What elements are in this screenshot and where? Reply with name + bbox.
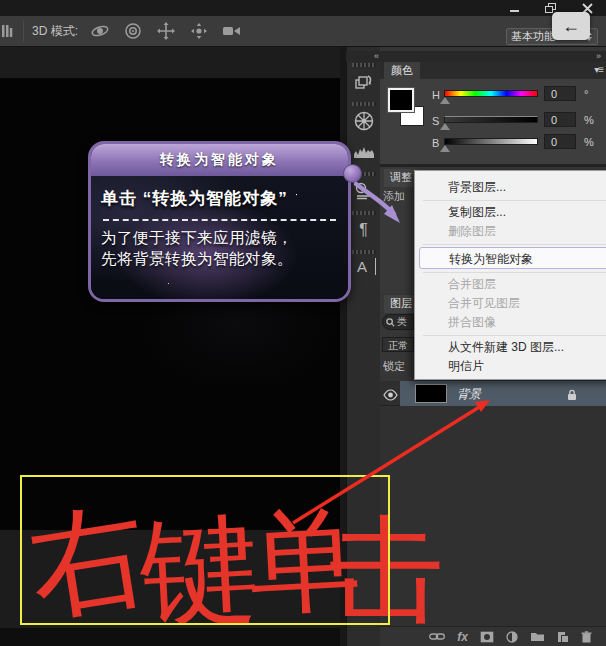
minimize-button[interactable] xyxy=(504,1,526,15)
layers-empty-area xyxy=(380,406,606,626)
dock-cell[interactable]: A xyxy=(352,250,376,275)
slide-3d-icon[interactable] xyxy=(189,21,209,41)
tool-preset-icon[interactable] xyxy=(1,22,15,40)
foreground-color-swatch[interactable] xyxy=(388,88,414,112)
menu-item-merge-visible: 合并可见图层 xyxy=(415,294,606,313)
brightness-slider-thumb[interactable] xyxy=(440,145,450,152)
hue-slider-thumb[interactable] xyxy=(440,97,450,104)
color-tab-bar: 颜色 ▾≡ xyxy=(380,62,606,79)
menu-item-new-3d-layer-from-file[interactable]: 从文件新建 3D 图层... xyxy=(415,338,606,357)
callout-connector-dot xyxy=(343,164,362,183)
new-layer-icon[interactable] xyxy=(557,631,569,643)
menu-item-background-layer[interactable]: 背景图层... xyxy=(415,178,606,197)
brightness-slider[interactable] xyxy=(444,138,538,145)
dock-cell[interactable] xyxy=(352,63,376,93)
hue-slider[interactable] xyxy=(444,90,538,97)
color-swatches[interactable] xyxy=(388,88,430,130)
options-separator xyxy=(23,20,24,42)
menu-item-convert-to-smart-object[interactable]: 转换为智能对象 xyxy=(419,247,606,269)
grip-handle[interactable] xyxy=(352,63,376,67)
search-icon xyxy=(386,318,395,327)
photoshop-window: 3D 模式: 基本功能 ← xyxy=(0,0,606,646)
brightness-row: B 0 % xyxy=(432,136,602,154)
grip-handle[interactable] xyxy=(352,250,376,254)
adjustments-add-label: 添加 xyxy=(383,189,405,204)
layer-thumbnail[interactable] xyxy=(415,384,447,403)
layer-row-background[interactable]: 背景 xyxy=(380,381,606,406)
hue-row: H 0 ° xyxy=(432,88,602,106)
minimize-icon xyxy=(509,3,521,13)
callout-body: 单击 “转换为智能对象” 为了便于接下来应用滤镜， 先将背景转换为智能对象。 xyxy=(91,176,348,302)
tutorial-callout: 转换为智能对象 单击 “转换为智能对象” 为了便于接下来应用滤镜， 先将背景转换… xyxy=(88,141,351,302)
visibility-eye-icon[interactable] xyxy=(383,387,398,399)
link-layers-icon[interactable] xyxy=(429,632,445,641)
adjustments-panel-icon[interactable] xyxy=(352,180,376,202)
callout-text-line: 先将背景转换为智能对象。 xyxy=(101,249,338,270)
panel-collapse-bar: « » xyxy=(346,51,606,62)
lock-label: 锁定 xyxy=(383,359,405,374)
workspace-label: 基本功能 xyxy=(511,29,555,44)
mode-label: 3D 模式: xyxy=(32,23,78,40)
callout-text-line: 为了便于接下来应用滤镜， xyxy=(101,228,338,249)
dock-cell[interactable]: ¶ xyxy=(352,211,376,241)
grip-handle[interactable] xyxy=(352,102,376,106)
tab-adjustments[interactable]: 调整 xyxy=(384,169,418,187)
menu-item-duplicate-layer[interactable]: 复制图层... xyxy=(415,203,606,222)
callout-instruction: 单击 “转换为智能对象” xyxy=(101,187,338,210)
hue-label: H xyxy=(432,89,440,101)
paragraph-panel-icon[interactable]: ¶ xyxy=(352,219,376,241)
wheel-panel-icon[interactable] xyxy=(352,110,376,132)
saturation-slider-thumb[interactable] xyxy=(440,123,450,130)
layer-style-fx-icon[interactable]: fx xyxy=(457,630,468,644)
brightness-unit: % xyxy=(584,136,594,148)
menu-separator xyxy=(423,244,606,245)
brightness-label: B xyxy=(432,137,439,149)
title-bar xyxy=(0,0,606,16)
panel-menu-icon[interactable]: ▾≡ xyxy=(594,64,603,75)
dock-cell[interactable] xyxy=(352,141,376,163)
back-arrow-icon: ← xyxy=(562,16,580,37)
saturation-value-field[interactable]: 0 xyxy=(544,112,576,127)
menu-item-delete-layer: 删除图层 xyxy=(415,222,606,241)
menu-separator xyxy=(423,200,606,201)
history-panel-icon[interactable] xyxy=(352,71,376,93)
callout-title: 转换为智能对象 xyxy=(91,144,348,176)
layers-search-text: 类 xyxy=(397,315,407,329)
pan-3d-icon[interactable] xyxy=(156,21,176,41)
color-panel: 颜色 ▾≡ H 0 ° S 0 % B xyxy=(380,62,606,164)
tab-color[interactable]: 颜色 xyxy=(384,62,420,79)
histogram-panel-icon[interactable] xyxy=(352,141,376,163)
menu-item-flatten-image: 拼合图像 xyxy=(415,313,606,332)
collapse-right-icon[interactable]: » xyxy=(596,51,601,61)
layers-toolbar: fx xyxy=(380,626,606,646)
saturation-row: S 0 % xyxy=(432,114,602,132)
blend-mode-select[interactable]: 正常 xyxy=(382,337,414,352)
adjustment-layer-icon[interactable] xyxy=(506,631,518,643)
hue-value-field[interactable]: 0 xyxy=(544,86,576,101)
new-group-folder-icon[interactable] xyxy=(530,631,545,642)
collapse-left-icon[interactable]: « xyxy=(374,51,379,61)
hue-unit: ° xyxy=(584,88,588,100)
menu-item-merge-layers: 合并图层 xyxy=(415,275,606,294)
back-button[interactable]: ← xyxy=(552,12,590,40)
saturation-slider[interactable] xyxy=(444,116,538,123)
tab-layers[interactable]: 图层 xyxy=(384,295,418,313)
annotation-rectangle xyxy=(20,475,390,625)
roll-3d-icon[interactable] xyxy=(123,21,143,41)
camera-3d-icon[interactable] xyxy=(222,21,242,41)
delete-layer-trash-icon[interactable] xyxy=(581,631,592,643)
character-panel-icon[interactable]: A xyxy=(352,258,376,275)
orbit-3d-icon[interactable] xyxy=(90,21,110,41)
layer-mask-icon[interactable] xyxy=(480,631,494,643)
layer-context-menu: 背景图层... 复制图层... 删除图层 转换为智能对象 合并图层 合并可见图层… xyxy=(414,170,606,380)
saturation-label: S xyxy=(432,115,439,127)
lock-icon xyxy=(567,387,577,405)
grip-handle[interactable] xyxy=(352,211,376,215)
brightness-value-field[interactable]: 0 xyxy=(544,134,576,149)
dock-cell[interactable] xyxy=(352,102,376,132)
menu-separator xyxy=(423,272,606,273)
menu-item-postcard[interactable]: 明信片 xyxy=(415,357,606,376)
layer-name: 背景 xyxy=(457,386,481,403)
callout-dashed-divider xyxy=(103,219,336,221)
layers-search-input[interactable]: 类 xyxy=(382,314,414,330)
